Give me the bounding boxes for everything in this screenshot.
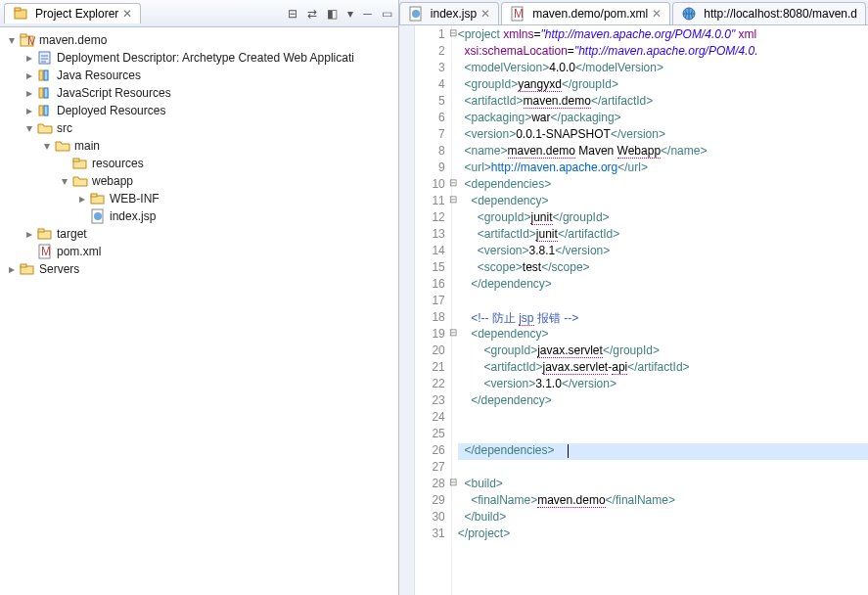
tree-item[interactable]: ▾src (0, 119, 398, 137)
line-number[interactable]: 3 (415, 61, 445, 77)
line-number[interactable]: 1⊟ (415, 27, 445, 44)
line-number[interactable]: 5 (415, 94, 445, 111)
line-number[interactable]: 15 (415, 260, 445, 277)
focus-icon[interactable]: ◧ (325, 5, 340, 23)
code-line[interactable]: <dependencies> (458, 177, 868, 194)
code-line[interactable]: <dependency> (458, 194, 868, 210)
tree-item[interactable]: ▸target (0, 225, 398, 243)
line-number[interactable]: 25 (415, 427, 445, 443)
code-line[interactable]: </dependencies> (458, 443, 868, 460)
tree-item[interactable]: ▸Deployment Descriptor: Archetype Create… (0, 49, 398, 67)
code-line[interactable]: <url>http://maven.apache.org</url> (458, 160, 868, 177)
code-line[interactable]: <modelVersion>4.0.0</modelVersion> (458, 61, 868, 77)
line-number[interactable]: 7 (415, 127, 445, 144)
line-number[interactable]: 2 (415, 44, 445, 61)
line-number[interactable]: 11⊟ (415, 194, 445, 210)
tree-item[interactable]: ▸Deployed Resources (0, 102, 398, 119)
code-line[interactable]: <build> (458, 477, 868, 493)
view-menu-icon[interactable]: ▾ (345, 5, 355, 23)
code-line[interactable]: <!-- 防止 jsp 报错 --> (458, 310, 868, 327)
code-line[interactable] (458, 410, 868, 427)
code-line[interactable]: <finalName>maven.demo</finalName> (458, 493, 868, 510)
code-line[interactable]: <artifactId>javax.servlet-api</artifactI… (458, 360, 868, 377)
code-line[interactable]: </dependency> (458, 393, 868, 410)
editor-tab[interactable]: Mmaven.demo/pom.xml✕ (501, 2, 670, 24)
code-line[interactable]: <project xmlns="http://maven.apache.org/… (458, 27, 868, 44)
line-number[interactable]: 30 (415, 510, 445, 526)
project-explorer-tab[interactable]: Project Explorer ✕ (4, 3, 141, 23)
twisty-icon[interactable]: ▸ (22, 104, 37, 117)
twisty-icon[interactable]: ▸ (4, 262, 20, 276)
line-number[interactable]: 23 (415, 393, 445, 410)
code-line[interactable]: <scope>test</scope> (458, 260, 868, 277)
twisty-icon[interactable]: ▸ (22, 227, 37, 241)
code-line[interactable]: <groupId>junit</groupId> (458, 210, 868, 227)
tree-item[interactable]: ▸Java Resources (0, 67, 398, 84)
line-number[interactable]: 24 (415, 410, 445, 427)
tree-item[interactable]: resources (0, 155, 398, 172)
line-number[interactable]: 8 (415, 144, 445, 160)
line-number[interactable]: 14 (415, 244, 445, 260)
twisty-icon[interactable]: ▾ (4, 33, 20, 47)
line-number[interactable]: 29 (415, 493, 445, 510)
line-number-gutter[interactable]: 1⊟2345678910⊟11⊟1213141516171819⊟2021222… (415, 25, 452, 595)
line-number[interactable]: 12 (415, 210, 445, 227)
tree-item[interactable]: ▸JavaScript Resources (0, 84, 398, 102)
line-number[interactable]: 19⊟ (415, 327, 445, 343)
line-number[interactable]: 22 (415, 377, 445, 393)
code-line[interactable] (458, 460, 868, 477)
maximize-icon[interactable]: ▭ (380, 5, 394, 23)
tree-item[interactable]: ▾main (0, 137, 398, 155)
code-line[interactable]: </build> (458, 510, 868, 526)
close-icon[interactable]: ✕ (480, 7, 490, 21)
code-editor[interactable]: <project xmlns="http://maven.apache.org/… (452, 25, 868, 595)
line-number[interactable]: 26 (415, 443, 445, 460)
close-icon[interactable]: ✕ (122, 7, 132, 21)
code-line[interactable] (458, 294, 868, 310)
line-number[interactable]: 9 (415, 160, 445, 177)
line-number[interactable]: 6 (415, 111, 445, 127)
twisty-icon[interactable]: ▸ (74, 192, 90, 206)
code-line[interactable]: </dependency> (458, 277, 868, 294)
line-number[interactable]: 13 (415, 227, 445, 244)
line-number[interactable]: 31 (415, 526, 445, 543)
tree-item[interactable]: ▸Servers (0, 260, 398, 278)
code-line[interactable]: <artifactId>maven.demo</artifactId> (458, 94, 868, 111)
tree-item[interactable]: ▾Mmaven.demo (0, 31, 398, 49)
close-icon[interactable]: ✕ (652, 7, 662, 21)
tree-item[interactable]: index.jsp (0, 207, 398, 225)
editor-tab[interactable]: http://localhost:8080/maven.d (672, 2, 866, 24)
minimize-icon[interactable]: ─ (361, 5, 374, 23)
tree-item[interactable]: ▾webapp (0, 172, 398, 190)
line-number[interactable]: 18 (415, 310, 445, 327)
code-line[interactable]: </project> (458, 526, 868, 543)
line-number[interactable]: 10⊟ (415, 177, 445, 194)
twisty-icon[interactable]: ▾ (57, 174, 72, 188)
link-editor-icon[interactable]: ⇄ (305, 5, 319, 23)
line-number[interactable]: 20 (415, 343, 445, 360)
project-tree[interactable]: ▾Mmaven.demo▸Deployment Descriptor: Arch… (0, 27, 398, 595)
code-line[interactable] (458, 427, 868, 443)
twisty-icon[interactable]: ▸ (22, 69, 37, 82)
twisty-icon[interactable]: ▸ (22, 86, 37, 100)
twisty-icon[interactable]: ▸ (22, 51, 37, 65)
code-line[interactable]: <artifactId>junit</artifactId> (458, 227, 868, 244)
tree-item[interactable]: ▸WEB-INF (0, 190, 398, 207)
twisty-icon[interactable]: ▾ (39, 139, 55, 153)
twisty-icon[interactable]: ▾ (22, 121, 37, 135)
tree-item[interactable]: Mpom.xml (0, 243, 398, 260)
line-number[interactable]: 27 (415, 460, 445, 477)
code-line[interactable]: <name>maven.demo Maven Webapp</name> (458, 144, 868, 160)
line-number[interactable]: 21 (415, 360, 445, 377)
line-number[interactable]: 28⊟ (415, 477, 445, 493)
code-line[interactable]: <groupId>javax.servlet</groupId> (458, 343, 868, 360)
code-line[interactable]: <version>3.1.0</version> (458, 377, 868, 393)
code-line[interactable]: <version>0.0.1-SNAPSHOT</version> (458, 127, 868, 144)
code-line[interactable]: <dependency> (458, 327, 868, 343)
code-line[interactable]: xsi:schemaLocation="http://maven.apache.… (458, 44, 868, 61)
code-line[interactable]: <packaging>war</packaging> (458, 111, 868, 127)
code-line[interactable]: <version>3.8.1</version> (458, 244, 868, 260)
line-number[interactable]: 16 (415, 277, 445, 294)
editor-tab[interactable]: index.jsp✕ (399, 2, 499, 24)
line-number[interactable]: 4 (415, 77, 445, 94)
